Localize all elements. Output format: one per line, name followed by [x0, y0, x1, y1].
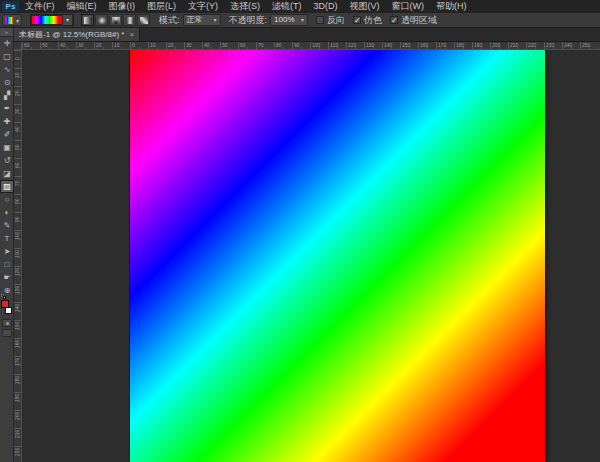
history-brush-tool[interactable]: ↺	[0, 154, 14, 167]
gradient-preview-swatch[interactable]	[32, 16, 62, 24]
ruler-label: 210	[510, 42, 518, 48]
ruler-label: 110	[14, 250, 20, 258]
ruler-label: 200	[492, 42, 500, 48]
menu-item[interactable]: 图像(I)	[103, 0, 142, 13]
ruler-label: 0	[14, 57, 20, 60]
gradient-tool[interactable]: ▨	[0, 180, 14, 193]
ruler-label: 160	[14, 340, 20, 348]
ruler-label: 70	[14, 180, 20, 186]
quick-selection-tool[interactable]: ⊙	[0, 76, 14, 89]
ruler-label: 30	[78, 42, 84, 48]
menu-bar: Ps 文件(F)编辑(E)图像(I)图层(L)文字(Y)选择(S)滤镜(T)3D…	[0, 0, 600, 13]
menu-item[interactable]: 图层(L)	[141, 0, 182, 13]
ruler-label: 240	[564, 42, 572, 48]
ruler-label: 190	[474, 42, 482, 48]
quick-mask-button[interactable]	[2, 319, 12, 327]
checkbox-反向[interactable]: 反向	[316, 14, 345, 27]
checkbox-label: 透明区域	[401, 14, 437, 27]
crop-tool[interactable]: ▞	[0, 89, 14, 102]
checkbox-icon[interactable]: ✓	[390, 16, 398, 24]
horizontal-ruler[interactable]: 6050403020100102030405060708090100110120…	[22, 42, 600, 50]
menu-item[interactable]: 选择(S)	[224, 0, 266, 13]
close-icon[interactable]: ×	[129, 28, 134, 42]
ruler-label: 10	[14, 72, 20, 78]
ruler-label: 140	[384, 42, 392, 48]
screen-mode-button[interactable]	[2, 329, 12, 337]
type-tool[interactable]: T	[0, 232, 14, 245]
gradient-picker[interactable]: ▾	[30, 14, 74, 26]
canvas-rainbow-gradient[interactable]	[130, 50, 545, 462]
document-tab[interactable]: 未标题-1 @ 12.5%(RGB/8#) * ×	[14, 28, 140, 41]
tool-preset-picker[interactable]: ▾	[2, 14, 22, 26]
marquee-tool[interactable]: ▢	[0, 50, 14, 63]
ruler-label: 210	[14, 430, 20, 438]
background-color-swatch[interactable]	[5, 307, 12, 314]
ruler-label: 200	[14, 412, 20, 420]
opacity-value: 100%	[274, 15, 294, 25]
shape-tool[interactable]: □	[0, 258, 14, 271]
gradient-type-buttons	[81, 14, 151, 26]
dodge-tool[interactable]: ◐	[0, 206, 14, 219]
move-tool[interactable]: ✛	[0, 37, 14, 50]
ruler-label: 10	[114, 42, 120, 48]
foreground-color-swatch[interactable]	[1, 300, 9, 308]
default-colors-icon[interactable]	[1, 295, 6, 299]
lasso-tool[interactable]: ∿	[0, 63, 14, 76]
path-selection-tool[interactable]: ➤	[0, 245, 14, 258]
ruler-label: 70	[258, 42, 264, 48]
brush-tool[interactable]: ✐	[0, 128, 14, 141]
ruler-label: 30	[14, 108, 20, 114]
ruler-label: 250	[582, 42, 590, 48]
ruler-label: 190	[14, 394, 20, 402]
checkbox-label: 仿色	[364, 14, 382, 27]
angle-gradient-button[interactable]	[109, 14, 122, 26]
opacity-select[interactable]: 100% ▾	[270, 14, 308, 26]
ruler-label: 140	[14, 304, 20, 312]
photoshop-logo-icon: Ps	[2, 1, 19, 12]
ruler-label: 50	[222, 42, 228, 48]
ruler-origin-corner[interactable]	[14, 42, 22, 50]
hand-tool[interactable]: ☛	[0, 271, 14, 284]
menu-item[interactable]: 文字(Y)	[182, 0, 224, 13]
ruler-label: 100	[312, 42, 320, 48]
eraser-tool[interactable]: ◪	[0, 167, 14, 180]
checkbox-icon[interactable]	[316, 16, 324, 24]
checkbox-仿色[interactable]: ✓仿色	[353, 14, 382, 27]
blur-tool[interactable]: ○	[0, 193, 14, 206]
ruler-label: 130	[366, 42, 374, 48]
eyedropper-tool[interactable]: ✒	[0, 102, 14, 115]
ruler-label: 150	[14, 322, 20, 330]
photoshop-window: Ps 文件(F)编辑(E)图像(I)图层(L)文字(Y)选择(S)滤镜(T)3D…	[0, 0, 600, 462]
chevron-down-icon[interactable]: ▾	[63, 15, 72, 25]
checkbox-icon[interactable]: ✓	[353, 16, 361, 24]
pasteboard	[22, 50, 600, 462]
collapse-panel-icon[interactable]: »	[0, 28, 13, 37]
linear-gradient-button[interactable]	[81, 14, 94, 26]
checkbox-透明区域[interactable]: ✓透明区域	[390, 14, 437, 27]
diamond-gradient-button[interactable]	[137, 14, 150, 26]
healing-brush-tool[interactable]: ✚	[0, 115, 14, 128]
menu-item[interactable]: 3D(D)	[308, 0, 344, 13]
vertical-ruler[interactable]: 0102030405060708090100110120130140150160…	[14, 50, 22, 462]
menu-items: 文件(F)编辑(E)图像(I)图层(L)文字(Y)选择(S)滤镜(T)3D(D)…	[19, 0, 473, 13]
ruler-label: 220	[14, 448, 20, 456]
document-tab-bar: 未标题-1 @ 12.5%(RGB/8#) * ×	[14, 28, 600, 42]
blend-mode-select[interactable]: 正常 ▾	[183, 14, 221, 26]
ruler-label: 180	[14, 376, 20, 384]
ruler-label: 50	[14, 144, 20, 150]
menu-item[interactable]: 帮助(H)	[430, 0, 473, 13]
ruler-label: 90	[14, 216, 20, 222]
menu-item[interactable]: 编辑(E)	[61, 0, 103, 13]
menu-item[interactable]: 滤镜(T)	[266, 0, 308, 13]
ruler-label: 20	[14, 90, 20, 96]
reflected-gradient-button[interactable]	[123, 14, 136, 26]
ruler-label: 160	[420, 42, 428, 48]
clone-stamp-tool[interactable]: ▣	[0, 141, 14, 154]
pen-tool[interactable]: ✎	[0, 219, 14, 232]
menu-item[interactable]: 视图(V)	[344, 0, 386, 13]
menu-item[interactable]: 文件(F)	[19, 0, 61, 13]
ruler-label: 60	[24, 42, 30, 48]
radial-gradient-button[interactable]	[95, 14, 108, 26]
ruler-label: 60	[240, 42, 246, 48]
menu-item[interactable]: 窗口(W)	[386, 0, 431, 13]
